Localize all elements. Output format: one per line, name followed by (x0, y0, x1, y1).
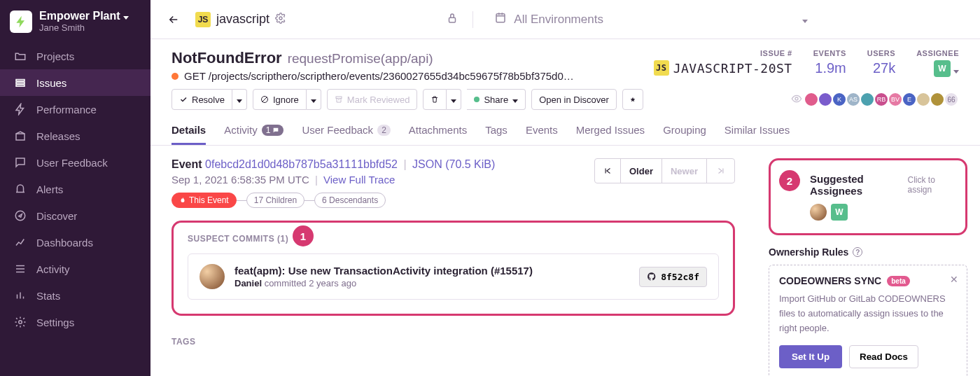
sidebar-item-projects[interactable]: Projects (0, 43, 150, 69)
tab-attachments[interactable]: Attachments (409, 117, 467, 145)
open-discover-button[interactable]: Open in Discover (531, 89, 617, 110)
environment-label: All Environments (514, 13, 603, 27)
org-switcher[interactable]: Empower Plant Jane Smith (0, 0, 150, 43)
beta-badge: beta (887, 276, 910, 286)
js-badge: JS (195, 12, 211, 27)
project-crumb[interactable]: JS javascript (195, 12, 286, 27)
sidebar-item-activity[interactable]: Activity (0, 256, 150, 282)
view-full-trace-link[interactable]: View Full Trace (323, 174, 395, 186)
resolve-dropdown[interactable] (232, 89, 247, 110)
back-button[interactable] (162, 8, 186, 32)
org-name: Empower Plant (39, 10, 120, 22)
badge: 2 (377, 125, 391, 136)
left-column: Event 0febcd2d1d0d48b787b5a31111bbfd52 |… (150, 146, 756, 376)
assignee-selector[interactable]: W (934, 60, 959, 77)
avatar (930, 92, 945, 107)
sidebar-item-label: Alerts (36, 183, 63, 195)
tab-user-feedback[interactable]: User Feedback2 (302, 117, 390, 145)
oldest-button[interactable] (595, 159, 620, 183)
bars-icon (14, 289, 27, 302)
sidebar-item-label: Stats (36, 290, 60, 302)
users-count[interactable]: 27k (873, 60, 895, 76)
suggested-assignees-title: Suggested Assignees (810, 173, 904, 197)
environment-selector[interactable]: All Environments (487, 11, 969, 27)
sidebar-item-performance[interactable]: Performance (0, 96, 150, 123)
ignore-button[interactable]: Ignore (253, 89, 307, 110)
gear-icon[interactable] (275, 13, 286, 26)
issue-title: NotFoundError requestPromise(app/api) (172, 49, 640, 67)
mark-reviewed-button[interactable]: Mark Reviewed (327, 89, 418, 110)
commit-author[interactable]: Daniel (234, 278, 262, 288)
event-json-link[interactable]: JSON (70.5 KiB) (412, 158, 495, 170)
tab-activity[interactable]: Activity1 (224, 117, 284, 145)
trace-pills: This Event 17 Children 6 Descendants (172, 193, 495, 208)
older-button[interactable]: Older (620, 159, 662, 183)
sidebar-item-alerts[interactable]: Alerts (0, 176, 150, 202)
sidebar: Empower Plant Jane Smith Projects Issues… (0, 0, 150, 376)
resolve-button[interactable]: Resolve (172, 89, 232, 110)
sidebar-item-settings[interactable]: Settings (0, 309, 150, 335)
issue-short-id[interactable]: JSJAVASCRIPT-20ST (654, 60, 792, 76)
issue-header: NotFoundError requestPromise(app/api) GE… (150, 39, 980, 82)
tab-details[interactable]: Details (172, 117, 206, 145)
avatar (804, 92, 819, 107)
chat-icon (14, 156, 27, 169)
read-docs-button[interactable]: Read Docs (849, 345, 918, 368)
svg-rect-7 (449, 18, 456, 22)
seen-by-avatars[interactable]: K AS RB BV E 66 (791, 92, 959, 107)
stat-label: EVENTS (813, 49, 846, 57)
org-logo (10, 11, 32, 33)
avatar: RB (874, 92, 889, 107)
close-button[interactable]: ✕ (950, 274, 958, 285)
tab-events[interactable]: Events (526, 117, 558, 145)
trash-icon (430, 95, 439, 104)
chevron-down-icon (802, 13, 808, 27)
sidebar-item-dashboards[interactable]: Dashboards (0, 229, 150, 256)
svg-rect-0 (16, 80, 24, 81)
package-icon (14, 130, 27, 142)
event-label: Event (172, 158, 202, 170)
delete-button[interactable] (423, 89, 447, 110)
avatar (860, 92, 875, 107)
codeowners-sync-card: ✕ CODEOWNERS SYNCbeta Import GitHub or G… (769, 265, 967, 376)
section-heading: TAGS (172, 337, 735, 347)
action-bar: Resolve Ignore Mark Reviewed Share Open … (150, 82, 980, 117)
star-icon (630, 95, 636, 104)
suspect-commits-callout: 1 SUSPECT COMMITS (1) feat(apm): Use new… (172, 221, 735, 316)
tab-merged-issues[interactable]: Merged Issues (576, 117, 645, 145)
check-icon (179, 95, 188, 104)
tab-tags[interactable]: Tags (485, 117, 507, 145)
sidebar-item-issues[interactable]: Issues (0, 69, 150, 96)
badge: 1 (262, 125, 284, 136)
help-icon[interactable]: ? (853, 247, 862, 257)
sidebar-item-stats[interactable]: Stats (0, 282, 150, 309)
suggested-assignee-avatar[interactable] (810, 204, 827, 221)
issue-message: GET /projects/scripthero/scripthero/even… (184, 70, 574, 82)
sidebar-item-releases[interactable]: Releases (0, 123, 150, 149)
card-title: CODEOWNERS SYNC (779, 275, 881, 286)
tab-similar-issues[interactable]: Similar Issues (724, 117, 790, 145)
share-button[interactable]: Share (467, 89, 526, 110)
sidebar-item-discover[interactable]: Discover (0, 202, 150, 229)
sidebar-item-user-feedback[interactable]: User Feedback (0, 149, 150, 176)
lock-icon[interactable] (446, 12, 458, 27)
main: JS javascript All Environments NotFoundE… (150, 0, 980, 376)
chevron-down-icon (512, 95, 518, 105)
suggested-assignee-team[interactable]: W (831, 204, 848, 221)
this-event-pill[interactable]: This Event (172, 193, 237, 208)
bookmark-button[interactable] (622, 89, 643, 110)
avatar (818, 92, 833, 107)
svg-point-11 (795, 97, 798, 100)
descendants-pill[interactable]: 6 Descendants (314, 193, 386, 208)
eye-icon (791, 93, 802, 106)
topbar: JS javascript All Environments (150, 0, 980, 39)
ignore-dropdown[interactable] (307, 89, 321, 110)
commit-title[interactable]: feat(apm): Use new TransactionActivity i… (234, 265, 629, 277)
delete-dropdown[interactable] (447, 89, 461, 110)
event-id-link[interactable]: 0febcd2d1d0d48b787b5a31111bbfd52 (205, 158, 398, 170)
children-pill[interactable]: 17 Children (246, 193, 304, 208)
tab-grouping[interactable]: Grouping (663, 117, 706, 145)
events-count[interactable]: 1.9m (815, 60, 846, 76)
commit-sha-button[interactable]: 8f52c8f (639, 267, 707, 287)
set-it-up-button[interactable]: Set It Up (779, 345, 842, 368)
